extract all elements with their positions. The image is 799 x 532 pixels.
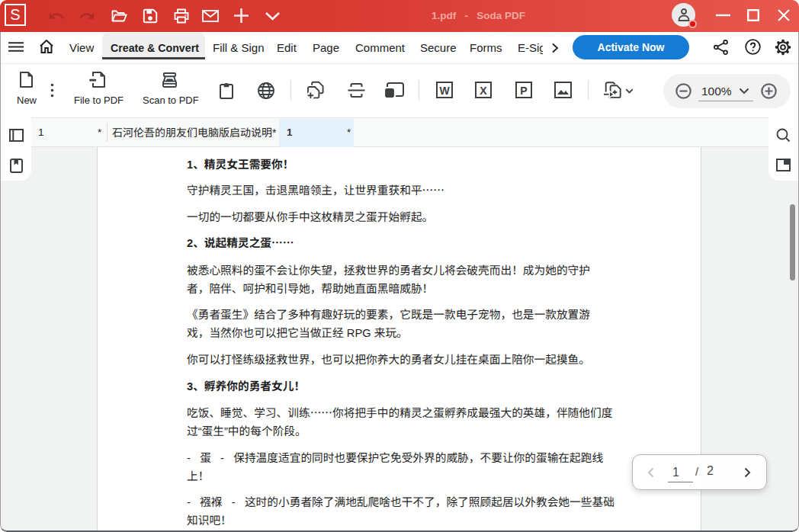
svg-text:P: P [520,85,527,97]
svg-text:X: X [480,85,487,97]
svg-text:W: W [439,85,450,97]
